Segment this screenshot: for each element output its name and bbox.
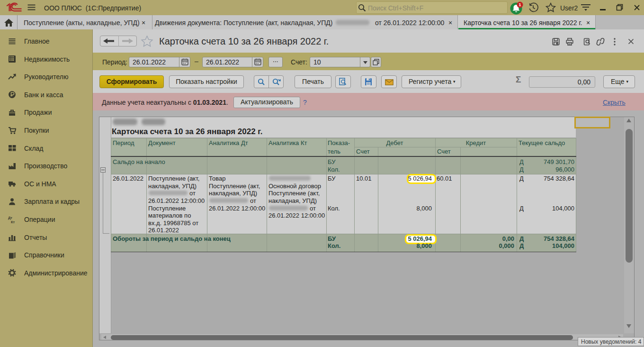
svg-text:Кт: Кт [11,219,15,224]
svg-text:1: 1 [519,2,521,7]
